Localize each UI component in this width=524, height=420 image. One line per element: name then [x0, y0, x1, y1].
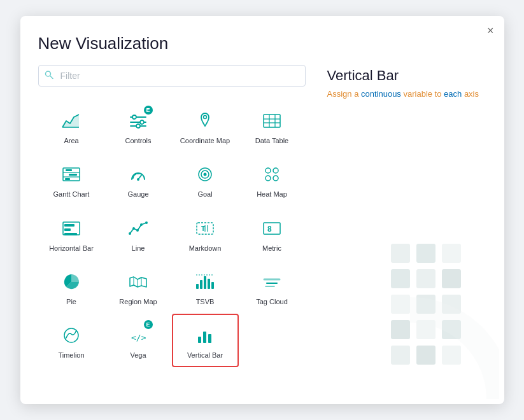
- line-label: Line: [132, 244, 145, 253]
- viz-item-coordinate-map[interactable]: Coordinate Map: [172, 99, 239, 153]
- svg-rect-21: [65, 178, 70, 180]
- tag-cloud-icon: [260, 270, 283, 293]
- horizontal-bar-label: Horizontal Bar: [49, 244, 94, 253]
- viz-item-markdown[interactable]: T Markdown: [172, 207, 239, 260]
- svg-rect-64: [416, 244, 435, 263]
- svg-point-7: [140, 120, 144, 124]
- new-visualization-modal: × New Visualization: [20, 16, 504, 404]
- desc-each: each: [444, 89, 462, 99]
- viz-item-heat-map[interactable]: Heat Map: [239, 153, 306, 206]
- svg-point-37: [136, 229, 139, 232]
- close-button[interactable]: ×: [487, 25, 494, 36]
- vertical-bar-icon: [194, 324, 216, 347]
- coordinate-map-label: Coordinate Map: [180, 136, 230, 145]
- viz-item-goal[interactable]: Goal: [172, 153, 239, 206]
- controls-label: Controls: [125, 136, 152, 145]
- viz-item-horizontal-bar[interactable]: Horizontal Bar: [38, 207, 105, 260]
- svg-marker-2: [62, 115, 79, 127]
- tsvb-label: TSVB: [196, 297, 215, 306]
- horizontal-bar-icon: [60, 217, 83, 240]
- right-panel: Vertical Bar Assign a continuous variabl…: [321, 65, 486, 386]
- viz-item-gauge[interactable]: Gauge: [105, 153, 172, 206]
- modal-title: New Visualization: [38, 34, 486, 53]
- vega-badge: E: [144, 320, 153, 329]
- gauge-icon: [127, 163, 150, 186]
- data-table-label: Data Table: [255, 136, 288, 145]
- svg-rect-52: [208, 279, 210, 289]
- region-map-icon: [127, 270, 150, 293]
- viz-item-timelion[interactable]: Timelion: [38, 314, 105, 367]
- viz-item-region-map[interactable]: Region Map: [105, 260, 172, 314]
- viz-item-area[interactable]: Area: [38, 99, 105, 153]
- svg-rect-34: [64, 233, 77, 235]
- metric-label: Metric: [262, 244, 281, 253]
- svg-point-29: [266, 176, 271, 181]
- gantt-chart-icon: [60, 163, 83, 186]
- controls-badge: E: [144, 106, 153, 115]
- viz-item-vega[interactable]: E </> Vega: [105, 314, 172, 367]
- tsvb-icon: [194, 270, 216, 293]
- viz-item-controls[interactable]: E Controls: [105, 99, 172, 153]
- svg-rect-50: [200, 280, 202, 289]
- filter-input[interactable]: [38, 65, 306, 87]
- svg-point-38: [140, 223, 143, 226]
- svg-rect-62: [208, 334, 211, 343]
- viz-grid: Area E Controls: [38, 99, 306, 367]
- svg-point-26: [204, 173, 207, 176]
- heat-map-label: Heat Map: [257, 190, 287, 199]
- metric-icon: 8: [260, 217, 283, 240]
- left-panel: Area E Controls: [38, 65, 306, 386]
- svg-point-27: [266, 168, 271, 173]
- svg-point-30: [273, 176, 278, 181]
- svg-text:T: T: [201, 225, 205, 232]
- timelion-label: Timelion: [58, 351, 84, 360]
- svg-text:</>: </>: [131, 333, 146, 342]
- svg-rect-53: [211, 282, 214, 289]
- svg-point-28: [273, 168, 278, 173]
- pie-icon: [60, 270, 83, 293]
- right-panel-title: Vertical Bar: [327, 67, 486, 84]
- viz-item-pie[interactable]: Pie: [38, 260, 105, 314]
- data-table-icon: [260, 109, 283, 132]
- svg-point-36: [132, 227, 135, 230]
- svg-rect-32: [64, 224, 74, 227]
- svg-point-23: [137, 178, 139, 181]
- svg-rect-33: [64, 228, 71, 231]
- svg-text:8: 8: [267, 225, 272, 234]
- svg-point-5: [132, 115, 136, 119]
- pie-label: Pie: [66, 297, 76, 306]
- svg-rect-49: [196, 284, 199, 289]
- svg-rect-63: [391, 244, 410, 263]
- desc-continuous: continuous: [361, 89, 401, 99]
- svg-point-9: [136, 124, 140, 128]
- svg-rect-44: [264, 223, 280, 234]
- goal-icon: [194, 163, 216, 186]
- viz-item-line[interactable]: Line: [105, 207, 172, 260]
- viz-item-gantt-chart[interactable]: Gantt Chart: [38, 153, 105, 206]
- timelion-icon: [60, 324, 83, 347]
- svg-rect-19: [66, 169, 72, 171]
- vega-label: Vega: [130, 351, 146, 360]
- markdown-label: Markdown: [189, 244, 222, 253]
- right-panel-description: Assign a continuous variable to each axi…: [327, 89, 486, 99]
- svg-rect-11: [264, 115, 280, 127]
- svg-rect-51: [204, 276, 206, 289]
- viz-item-vertical-bar[interactable]: Vertical Bar: [172, 314, 239, 367]
- gantt-chart-label: Gantt Chart: [53, 190, 90, 199]
- line-icon: [127, 217, 150, 240]
- viz-item-metric[interactable]: 8 Metric: [239, 207, 306, 260]
- svg-rect-65: [442, 244, 461, 263]
- svg-rect-61: [203, 332, 206, 343]
- markdown-icon: T: [194, 217, 216, 240]
- viz-item-tag-cloud[interactable]: Tag Cloud: [239, 260, 306, 314]
- region-map-label: Region Map: [119, 297, 157, 306]
- viz-item-data-table[interactable]: Data Table: [239, 99, 306, 153]
- tag-cloud-label: Tag Cloud: [256, 297, 288, 306]
- vertical-bar-label: Vertical Bar: [187, 351, 223, 360]
- gauge-label: Gauge: [127, 190, 148, 199]
- svg-point-35: [129, 232, 131, 235]
- viz-item-tsvb[interactable]: TSVB: [172, 260, 239, 314]
- coordinate-map-icon: [194, 109, 216, 132]
- area-label: Area: [64, 136, 78, 145]
- area-icon: [60, 109, 83, 132]
